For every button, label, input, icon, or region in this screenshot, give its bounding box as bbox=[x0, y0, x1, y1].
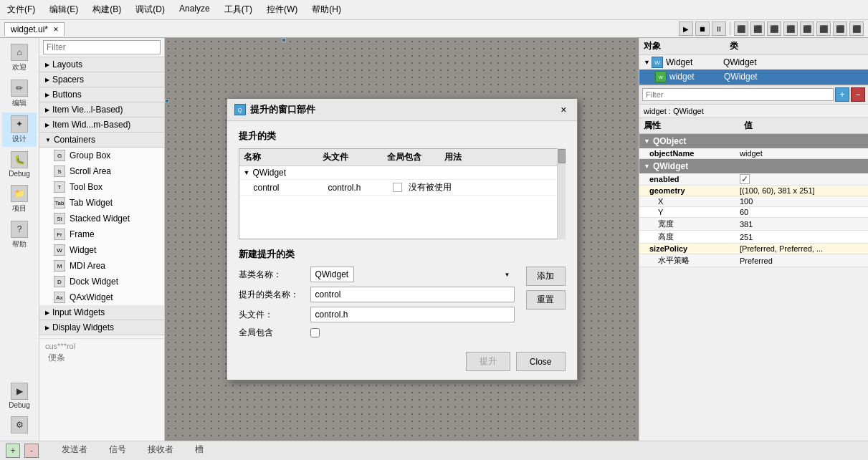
custom-widget-name: cus***rol bbox=[45, 342, 158, 350]
prop-filter-input[interactable] bbox=[642, 88, 834, 101]
prop-val-y[interactable]: 60 bbox=[740, 208, 864, 216]
widget-item-toolbox[interactable]: T Tool Box bbox=[39, 179, 164, 195]
tab-close-btn[interactable]: × bbox=[53, 24, 58, 34]
header-file-input[interactable] bbox=[310, 307, 515, 322]
toolbar-btn-4[interactable]: ⬛ bbox=[734, 21, 748, 36]
prop-group-qobject-header[interactable]: ▼ QObject bbox=[639, 134, 868, 148]
base-class-select[interactable]: QWidget bbox=[310, 267, 354, 282]
prop-filter-remove-btn[interactable]: − bbox=[851, 87, 865, 102]
toolbar-btn-11[interactable]: ⬛ bbox=[849, 21, 864, 36]
prop-group-qwidget-header[interactable]: ▼ QWidget bbox=[639, 159, 868, 173]
menu-debug[interactable]: 调试(D) bbox=[133, 2, 168, 17]
add-button[interactable]: 添加 bbox=[526, 267, 566, 286]
prop-val-geometry[interactable]: [(100, 60), 381 x 251] bbox=[740, 186, 864, 195]
prop-row-width: 宽度 381 bbox=[639, 218, 868, 231]
modal-table: 名称 头文件 全局包含 用法 ▼ QWidget bbox=[239, 148, 566, 239]
new-class-form: 基类名称： QWidget 提升的类名称： bbox=[239, 267, 515, 343]
add-signal-btn[interactable]: + bbox=[6, 444, 20, 458]
remove-signal-btn[interactable]: - bbox=[24, 444, 39, 458]
widget-item-stackedwidget[interactable]: St Stacked Widget bbox=[39, 211, 164, 226]
category-spacers-header[interactable]: ▶ Spacers bbox=[39, 72, 164, 87]
modal-scrollbar-thumb[interactable] bbox=[558, 149, 566, 163]
reset-button[interactable]: 重置 bbox=[526, 290, 566, 310]
toolbar-btn-8[interactable]: ⬛ bbox=[800, 21, 814, 36]
category-item-widget-header[interactable]: ▶ Item Wid...m-Based) bbox=[39, 118, 164, 133]
col-header-usage: 用法 bbox=[444, 151, 561, 163]
widget-item-scrollarea[interactable]: S Scroll Area bbox=[39, 163, 164, 179]
prop-filter-add-btn[interactable]: + bbox=[835, 87, 849, 102]
promote-button[interactable]: 提升 bbox=[466, 352, 510, 371]
sidebar-item-design[interactable]: ✦ 设计 bbox=[2, 112, 37, 147]
modal-tree-parent[interactable]: ▼ QWidget bbox=[239, 166, 565, 180]
project-icon: 📁 bbox=[11, 185, 28, 202]
widget-item-mdiarea[interactable]: M MDI Area bbox=[39, 258, 164, 274]
widget-item-dockwidget[interactable]: D Dock Widget bbox=[39, 274, 164, 289]
menu-file[interactable]: 文件(F) bbox=[4, 2, 38, 17]
toolbar-btn-5[interactable]: ⬛ bbox=[750, 21, 765, 36]
prop-val-objectname[interactable]: widget bbox=[740, 149, 864, 158]
modal-close-button[interactable]: × bbox=[558, 104, 569, 115]
menu-edit[interactable]: 编辑(E) bbox=[47, 2, 81, 17]
menu-tools[interactable]: 工具(T) bbox=[221, 2, 255, 17]
category-item-view-header[interactable]: ▶ Item Vie...l-Based) bbox=[39, 102, 164, 118]
category-input-header[interactable]: ▶ Input Widgets bbox=[39, 305, 164, 320]
global-include-checkbox[interactable] bbox=[310, 328, 320, 337]
right-panel: 对象 类 ▼ W Widget QWidget w widget QWidget bbox=[639, 38, 868, 441]
widget-item-widget[interactable]: W Widget bbox=[39, 242, 164, 258]
prop-val-hpolicy[interactable]: Preferred bbox=[740, 257, 864, 265]
edit-icon: ✏ bbox=[11, 80, 28, 97]
object-tree-widget[interactable]: ▼ W Widget QWidget bbox=[639, 55, 868, 70]
prop-val-x[interactable]: 100 bbox=[740, 197, 864, 206]
sidebar-item-debug2[interactable]: ▶ Debug bbox=[2, 380, 37, 412]
widget-item-groupbox[interactable]: G Group Box bbox=[39, 148, 164, 163]
widget-filter-input[interactable] bbox=[43, 40, 161, 54]
widget-item-tabwidget[interactable]: Tab Tab Widget bbox=[39, 195, 164, 211]
col-slot: 槽 bbox=[195, 444, 204, 458]
prop-val-height[interactable]: 251 bbox=[740, 233, 864, 241]
sidebar-item-welcome[interactable]: ⌂ 欢迎 bbox=[2, 41, 37, 75]
sidebar-item-edit[interactable]: ✏ 编辑 bbox=[2, 77, 37, 111]
widget-item-qaxwidget[interactable]: Ax QAxWidget bbox=[39, 289, 164, 305]
modal-scrollbar[interactable] bbox=[557, 148, 566, 239]
menu-build[interactable]: 构建(B) bbox=[90, 2, 124, 17]
child-global-checkbox[interactable] bbox=[393, 183, 402, 192]
close-button[interactable]: Close bbox=[516, 352, 566, 371]
modal-tree-child[interactable]: control control.h 没有被使用 bbox=[239, 180, 565, 196]
col-header-header: 头文件 bbox=[323, 151, 387, 163]
category-containers-header[interactable]: ▼ Containers bbox=[39, 133, 164, 148]
category-display-header[interactable]: ▶ Display Widgets bbox=[39, 320, 164, 335]
new-class-label: 新建提升的类 bbox=[239, 248, 566, 261]
object-inspector: 对象 类 ▼ W Widget QWidget w widget QWidget bbox=[639, 38, 868, 85]
sidebar-item-project[interactable]: 📁 项目 bbox=[2, 182, 37, 216]
toolbar-btn-10[interactable]: ⬛ bbox=[833, 21, 847, 36]
category-buttons-header[interactable]: ▶ Buttons bbox=[39, 87, 164, 102]
custom-widget-label[interactable]: 便条 bbox=[45, 350, 158, 365]
toolbar-btn-9[interactable]: ⬛ bbox=[816, 21, 831, 36]
menu-help[interactable]: 帮助(H) bbox=[309, 2, 344, 17]
widget-item-frame[interactable]: Fr Frame bbox=[39, 226, 164, 242]
category-layouts: ▶ Layouts bbox=[39, 57, 164, 72]
category-spacers-arrow: ▶ bbox=[45, 77, 49, 83]
toolbar-btn-6[interactable]: ⬛ bbox=[767, 21, 781, 36]
sidebar-item-settings[interactable]: ⚙ bbox=[2, 413, 37, 438]
toolbar-btn-7[interactable]: ⬛ bbox=[783, 21, 798, 36]
category-containers-arrow: ▼ bbox=[45, 137, 51, 143]
enabled-checkbox[interactable]: ✓ bbox=[740, 174, 750, 184]
prop-val-sizepolicy[interactable]: [Preferred, Preferred, ... bbox=[740, 244, 864, 253]
toolbar-btn-3[interactable]: ⏸ bbox=[712, 21, 726, 36]
prop-key-height: 高度 bbox=[644, 231, 740, 242]
menu-analyze[interactable]: Analyze bbox=[176, 2, 213, 17]
toolbar-btn-2[interactable]: ⏹ bbox=[695, 21, 710, 36]
sidebar-item-help[interactable]: ? 帮助 bbox=[2, 218, 37, 252]
tab-widget-ui[interactable]: widget.ui* × bbox=[4, 22, 65, 36]
toolbar-btn-1[interactable]: ▶ bbox=[679, 21, 693, 36]
menu-controls[interactable]: 控件(W) bbox=[264, 2, 300, 17]
form-row-promoted: 提升的类名称： bbox=[239, 287, 515, 302]
qobject-group-arrow: ▼ bbox=[644, 138, 650, 145]
category-layouts-header[interactable]: ▶ Layouts bbox=[39, 57, 164, 72]
sidebar-item-debug[interactable]: 🐛 Debug bbox=[2, 148, 37, 181]
object-tree-child-widget[interactable]: w widget QWidget bbox=[639, 70, 868, 84]
promoted-class-input[interactable] bbox=[310, 287, 515, 302]
canvas-area[interactable]: Q 提升的窗口部件 × 提升的类 名称 bbox=[165, 38, 639, 441]
prop-val-width[interactable]: 381 bbox=[740, 220, 864, 229]
